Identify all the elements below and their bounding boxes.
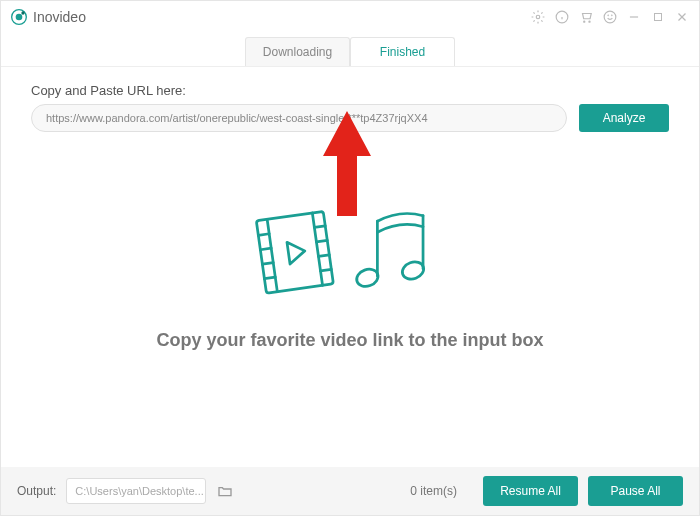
tab-finished[interactable]: Finished: [350, 37, 455, 66]
svg-point-10: [608, 15, 609, 16]
svg-rect-13: [655, 14, 662, 21]
svg-line-18: [267, 219, 277, 291]
svg-point-1: [16, 14, 23, 21]
svg-marker-28: [287, 240, 306, 264]
svg-line-21: [260, 248, 271, 250]
app-name: Inovideo: [33, 9, 86, 25]
pause-all-button[interactable]: Pause All: [588, 476, 683, 506]
output-path-select[interactable]: C:\Users\yan\Desktop\te...: [66, 478, 206, 504]
svg-line-23: [264, 277, 275, 279]
svg-point-7: [584, 21, 585, 22]
svg-line-27: [320, 269, 331, 271]
center-placeholder: Copy your favorite video link to the inp…: [1, 200, 699, 351]
tab-downloading[interactable]: Downloading: [245, 37, 350, 66]
title-icons: [531, 10, 689, 24]
svg-point-9: [604, 11, 616, 23]
url-row: Analyze: [31, 104, 669, 132]
titlebar: Inovideo: [1, 1, 699, 33]
analyze-button[interactable]: Analyze: [579, 104, 669, 132]
cart-icon[interactable]: [579, 10, 593, 24]
output-path-text: C:\Users\yan\Desktop\te...: [75, 485, 203, 497]
close-icon[interactable]: [675, 10, 689, 24]
tab-downloading-label: Downloading: [263, 45, 332, 59]
svg-line-19: [312, 213, 322, 285]
tab-finished-label: Finished: [380, 45, 425, 59]
svg-point-2: [21, 11, 24, 14]
minimize-icon[interactable]: [627, 10, 641, 24]
output-label: Output:: [17, 484, 56, 498]
svg-line-22: [262, 263, 273, 265]
svg-point-11: [611, 15, 612, 16]
svg-line-24: [314, 226, 325, 228]
svg-line-25: [316, 240, 327, 242]
tab-row: Downloading Finished: [1, 33, 699, 67]
app-logo-icon: [11, 9, 27, 25]
svg-point-3: [536, 15, 540, 19]
svg-line-26: [318, 255, 329, 257]
items-count: 0 item(s): [410, 484, 457, 498]
video-music-illustration-icon: [245, 200, 455, 310]
open-folder-icon[interactable]: [216, 483, 234, 499]
bottombar: Output: C:\Users\yan\Desktop\te... 0 ite…: [1, 467, 699, 515]
url-section: Copy and Paste URL here: Analyze: [1, 67, 699, 132]
resume-all-button[interactable]: Resume All: [483, 476, 578, 506]
settings-icon[interactable]: [531, 10, 545, 24]
info-icon[interactable]: [555, 10, 569, 24]
url-label: Copy and Paste URL here:: [31, 83, 669, 98]
app-brand: Inovideo: [11, 9, 86, 25]
svg-point-8: [589, 21, 590, 22]
url-input[interactable]: [31, 104, 567, 132]
center-text: Copy your favorite video link to the inp…: [156, 330, 543, 351]
maximize-icon[interactable]: [651, 10, 665, 24]
svg-line-20: [258, 234, 269, 236]
feedback-icon[interactable]: [603, 10, 617, 24]
